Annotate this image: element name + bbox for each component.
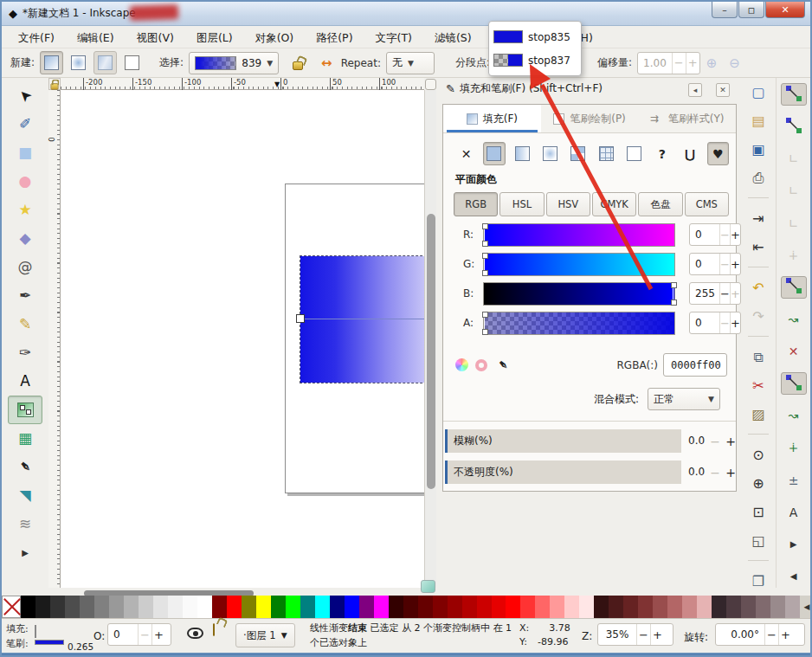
collapse-snap[interactable]: ◀ (781, 565, 807, 588)
layer-visibility-icon[interactable] (187, 628, 203, 639)
command-save[interactable]: ▣ (747, 138, 770, 159)
tool-star[interactable]: ★ (8, 196, 42, 224)
color-wheel-icon[interactable] (455, 358, 468, 371)
palette-swatch[interactable] (579, 596, 594, 618)
command-copy[interactable]: ⧉ (747, 346, 770, 367)
snap-others[interactable]: ± (781, 469, 807, 492)
palette-swatch[interactable] (359, 596, 374, 618)
menu-item[interactable]: 滤镜(S) (423, 27, 483, 48)
tool-tweak[interactable]: ≋ (8, 510, 42, 538)
palette-swatch[interactable] (271, 596, 286, 618)
menu-item[interactable]: 图层(L) (185, 27, 244, 48)
tool-mesh-gradient[interactable]: ▦ (8, 424, 42, 453)
b-slider[interactable] (483, 282, 675, 306)
snap-bbox[interactable] (781, 115, 807, 138)
palette-swatch[interactable] (535, 596, 550, 618)
tool-selector[interactable]: ➤ (8, 81, 42, 110)
new-radial-gradient-button[interactable] (67, 51, 90, 74)
palette-swatch[interactable] (506, 596, 520, 618)
command-open-folder[interactable]: ▤ (747, 110, 770, 131)
gradient-guide-line[interactable] (300, 319, 424, 319)
paint-flat-button[interactable] (483, 142, 505, 165)
palette-swatch[interactable] (183, 596, 197, 618)
tab-stroke-style[interactable]: ⇉笔刷样式(Y) (638, 105, 736, 132)
stroke-color-swatch[interactable] (35, 640, 64, 645)
palette-swatch[interactable] (94, 596, 109, 618)
r-spinner[interactable]: 0−+ (689, 223, 741, 246)
scrollbar-thumb[interactable] (427, 214, 435, 489)
tool-more-tools[interactable]: ▶ (8, 538, 42, 567)
zoom-out-button[interactable]: − (636, 624, 650, 645)
tool-calligraphy[interactable]: ✑ (8, 338, 42, 367)
menu-item[interactable]: 对象(O) (244, 27, 306, 48)
fill-rule-evenodd-button[interactable]: ⋃ (679, 142, 700, 165)
palette-swatch[interactable] (139, 596, 153, 618)
slider-handle[interactable] (484, 224, 485, 246)
command-zoom-page[interactable]: ⊡ (747, 501, 770, 522)
color-managed-view-button[interactable] (421, 580, 435, 593)
blur-slider[interactable]: 模糊(%) (445, 429, 681, 453)
g-spinner[interactable]: 0−+ (689, 253, 741, 275)
palette-swatch[interactable] (726, 596, 741, 618)
snap-cusp-nodes[interactable] (781, 372, 807, 395)
no-color-swatch[interactable] (2, 596, 21, 618)
palette-swatch[interactable] (256, 596, 271, 618)
palette-swatch[interactable] (109, 596, 124, 618)
command-zoom-selection[interactable]: ⊙ (747, 444, 770, 465)
minimize-button[interactable] (712, 2, 738, 18)
b-spinner[interactable]: 255−+ (689, 282, 741, 305)
command-paste[interactable]: ▨ (747, 403, 770, 424)
palette-swatch[interactable] (50, 596, 65, 618)
horizontal-ruler[interactable]: -200-150-100-50050100▼ (61, 78, 424, 90)
paint-pattern-button[interactable] (567, 142, 589, 165)
palette-swatch[interactable] (389, 596, 403, 618)
palette-swatch[interactable] (433, 596, 448, 618)
palette-swatch[interactable] (242, 596, 256, 618)
palette-swatch[interactable] (330, 596, 345, 618)
reverse-gradient-icon[interactable]: ↔ (321, 55, 332, 71)
palette-swatch[interactable] (667, 596, 682, 618)
palette-swatch[interactable] (168, 596, 183, 618)
snap-smooth-nodes[interactable]: ↝ (781, 404, 807, 427)
blur-plus-button[interactable]: + (723, 431, 738, 451)
palette-swatch[interactable] (315, 596, 330, 618)
paint-pattern-grid-button[interactable] (595, 142, 616, 165)
paint-swatch-button[interactable] (623, 142, 645, 165)
paint-none-button[interactable]: ✕ (455, 142, 477, 165)
gradient-start-handle[interactable] (296, 314, 305, 323)
color-mode-cms[interactable]: CMS (685, 192, 729, 216)
color-circle-icon[interactable] (475, 359, 487, 371)
stop-item-stop837[interactable]: stop837 (493, 48, 577, 72)
maximize-button[interactable] (738, 2, 764, 18)
color-mode-色盘[interactable]: 色盘 (638, 192, 682, 216)
palette-swatch[interactable] (492, 596, 506, 618)
palette-swatch[interactable] (212, 596, 227, 618)
menu-item[interactable]: 路径(P) (305, 27, 364, 48)
menu-item[interactable]: 视图(V) (126, 27, 185, 48)
canvas[interactable] (61, 90, 424, 588)
paint-linear-gradient-button[interactable] (512, 142, 533, 165)
gradient-select-combo[interactable]: 839 ▼ (189, 52, 279, 74)
snap-toggle[interactable] (781, 83, 807, 106)
a-plus-button[interactable]: + (730, 312, 740, 333)
palette-swatch[interactable] (785, 596, 800, 618)
a-slider[interactable] (483, 312, 675, 335)
palette-swatch[interactable] (477, 596, 492, 618)
command-export[interactable]: ⇤ (747, 236, 770, 257)
object-opacity-spinner[interactable]: 0 − + (107, 623, 171, 646)
stop-item-stop835[interactable]: stop835 (493, 25, 577, 48)
r-slider[interactable] (483, 223, 675, 247)
link-gradients-button[interactable] (286, 51, 309, 74)
snap-bbox-corners[interactable]: ∟ (781, 179, 807, 202)
ruler-corner-lock[interactable] (48, 78, 61, 90)
paint-radial-gradient-button[interactable] (539, 142, 561, 165)
palette-swatch[interactable] (741, 596, 756, 618)
palette-swatch[interactable] (300, 596, 315, 618)
palette-swatch[interactable] (65, 596, 80, 618)
more-snap[interactable]: ▶ (781, 533, 807, 556)
close-dialog-button[interactable]: ✕ (716, 83, 730, 97)
snap-text-baseline[interactable]: A (781, 501, 807, 524)
opacity-slider[interactable]: 不透明度(%) (445, 461, 681, 484)
menu-item[interactable]: 文件(F) (7, 27, 66, 48)
tool-ellipse[interactable]: ● (8, 167, 42, 196)
